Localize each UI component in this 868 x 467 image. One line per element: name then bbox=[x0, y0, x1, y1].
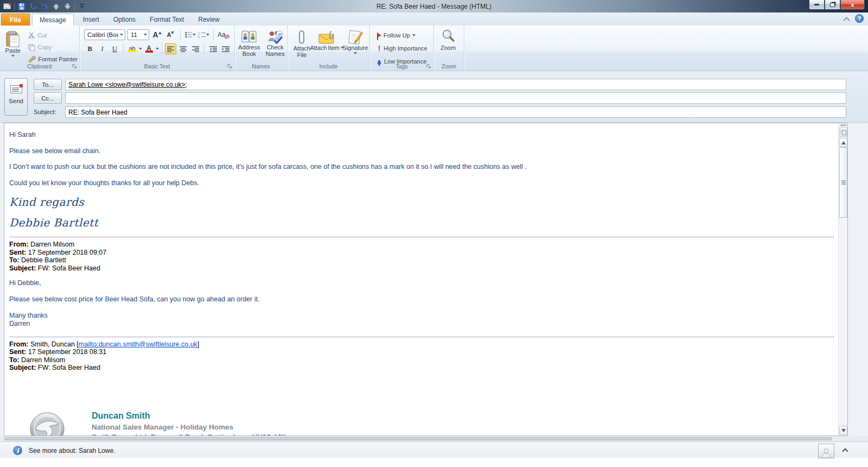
restore-button[interactable] bbox=[825, 0, 840, 10]
font-name-combo[interactable]: Calibri (Bod) bbox=[84, 29, 125, 40]
vertical-scrollbar[interactable] bbox=[838, 123, 847, 436]
window-title: RE: Sofa Beer Haed - Message (HTML) bbox=[0, 3, 868, 10]
subject-value: RE: Sofa Beer Haed bbox=[68, 109, 127, 116]
shrink-arrow-icon bbox=[171, 31, 174, 34]
separator bbox=[162, 43, 162, 54]
cut-icon bbox=[28, 32, 35, 39]
expand-people-pane-icon[interactable] bbox=[842, 447, 848, 453]
chevron-down-icon bbox=[206, 34, 209, 36]
shrink-font-button[interactable]: A bbox=[165, 29, 176, 40]
highlight-button[interactable]: ab bbox=[126, 43, 138, 54]
cc-field[interactable] bbox=[65, 92, 846, 104]
tab-message[interactable]: Message bbox=[32, 14, 74, 26]
group-clipboard: Paste Cut Copy Format Painter bbox=[0, 26, 80, 71]
body-paragraph: Could you let know your thoughts thanks … bbox=[9, 180, 838, 187]
close-button[interactable]: x bbox=[840, 0, 865, 10]
triangle-down-icon bbox=[841, 429, 846, 432]
bullets-button[interactable] bbox=[184, 29, 196, 40]
signature-address: Swift Group Ltd, Dunswell Road, Cottingh… bbox=[92, 433, 286, 436]
scroll-up-button[interactable] bbox=[839, 138, 847, 147]
tab-review[interactable]: Review bbox=[191, 14, 226, 26]
help-icon[interactable]: ? bbox=[855, 14, 864, 23]
copy-icon bbox=[28, 44, 35, 51]
clear-formatting-button[interactable]: Aa bbox=[218, 29, 229, 40]
font-color-button[interactable]: A bbox=[143, 43, 155, 54]
chevron-down-icon[interactable] bbox=[156, 48, 159, 50]
body-paragraph: Please see below email chain. bbox=[9, 148, 838, 155]
contact-avatar[interactable] bbox=[818, 444, 834, 458]
window-controls: x bbox=[809, 0, 865, 10]
subject-field[interactable]: RE: Sofa Beer Haed bbox=[65, 106, 846, 118]
ribbon-right-controls: ? bbox=[844, 14, 864, 23]
split-handle[interactable] bbox=[840, 124, 846, 126]
basic-text-dialog-launcher-icon[interactable] bbox=[227, 64, 232, 69]
high-importance-button[interactable]: ! High Importance bbox=[375, 43, 433, 54]
cc-button[interactable]: Cc... bbox=[34, 92, 62, 104]
minimize-icon bbox=[814, 4, 819, 5]
tab-file[interactable]: File bbox=[1, 14, 30, 26]
zoom-button[interactable]: Zoom bbox=[434, 26, 462, 51]
scrollbar-thumb[interactable] bbox=[839, 147, 847, 218]
to-field[interactable]: Sarah Lowe <slowe@swiftleisure.co.uk>; bbox=[65, 79, 846, 90]
high-importance-icon: ! bbox=[377, 44, 381, 53]
svg-text:@: @ bbox=[278, 32, 282, 37]
send-button[interactable]: Send bbox=[4, 78, 28, 116]
signoff-name-script: Debbie Bartlett bbox=[9, 216, 838, 229]
svg-text:2: 2 bbox=[198, 35, 200, 39]
signature-button[interactable]: Signature bbox=[341, 28, 369, 54]
separator bbox=[180, 29, 181, 40]
send-envelope-icon bbox=[10, 85, 22, 93]
cut-button[interactable]: Cut bbox=[27, 30, 79, 41]
to-recipient[interactable]: Sarah Lowe <slowe@swiftleisure.co.uk>; bbox=[68, 81, 187, 89]
ribbon-empty-area bbox=[464, 26, 868, 71]
attach-item-icon bbox=[318, 30, 336, 45]
chevron-down-icon[interactable] bbox=[139, 48, 142, 50]
align-center-button[interactable] bbox=[177, 43, 189, 54]
align-right-button[interactable] bbox=[190, 43, 201, 54]
bold-button[interactable]: B bbox=[84, 43, 95, 54]
quoted-header-1: From: Darren Milsom Sent: 17 September 2… bbox=[9, 241, 838, 272]
grow-font-button[interactable]: A bbox=[151, 29, 163, 40]
triangle-up-icon bbox=[841, 141, 846, 144]
underline-button[interactable]: U bbox=[109, 43, 120, 54]
clipboard-dialog-launcher-icon[interactable] bbox=[72, 64, 77, 69]
people-pane-text: See more about: Sarah Lowe. bbox=[29, 447, 115, 455]
signoff-script: Kind regards bbox=[9, 195, 838, 209]
separator bbox=[204, 43, 205, 54]
tab-insert[interactable]: Insert bbox=[76, 14, 106, 26]
numbering-button[interactable]: 12 bbox=[198, 29, 209, 40]
tab-options[interactable]: Options bbox=[106, 14, 143, 26]
person-silhouette-icon bbox=[821, 447, 832, 458]
highlight-color-bar bbox=[128, 50, 137, 52]
check-names-button[interactable]: @ Check Names bbox=[264, 28, 288, 57]
tags-dialog-launcher-icon[interactable] bbox=[426, 64, 431, 69]
italic-button[interactable]: I bbox=[97, 43, 108, 54]
font-size-combo[interactable]: 11 bbox=[127, 29, 149, 40]
align-left-button[interactable] bbox=[165, 43, 176, 54]
scroll-down-button[interactable] bbox=[839, 426, 847, 435]
paste-dropdown-icon[interactable] bbox=[11, 55, 15, 57]
to-button[interactable]: To... bbox=[34, 79, 62, 90]
decrease-indent-button[interactable] bbox=[207, 43, 219, 54]
page-options-button[interactable] bbox=[839, 127, 847, 137]
bullets-icon bbox=[185, 31, 193, 38]
ribbon-tab-row: File Message Insert Options Format Text … bbox=[0, 12, 868, 26]
minimize-ribbon-icon[interactable] bbox=[844, 17, 850, 21]
address-book-button[interactable]: Address Book bbox=[237, 28, 261, 57]
minimize-button[interactable] bbox=[809, 0, 825, 10]
mailto-link[interactable]: mailto:duncan.smith@swiftleisure.co.uk bbox=[79, 340, 197, 348]
title-bar: RE: Sofa Beer Haed - Message (HTML) x bbox=[0, 0, 868, 12]
attach-file-button[interactable]: Attach File bbox=[291, 28, 313, 58]
horizontal-scrollbar[interactable] bbox=[4, 437, 832, 440]
subject-label: Subject: bbox=[34, 109, 56, 115]
paperclip-icon bbox=[297, 30, 306, 45]
copy-button[interactable]: Copy bbox=[27, 42, 79, 53]
tab-format-text[interactable]: Format Text bbox=[143, 14, 191, 26]
message-body[interactable]: Hi Sarah Please see below email chain. I… bbox=[4, 123, 838, 436]
increase-indent-button[interactable] bbox=[220, 43, 231, 54]
follow-up-button[interactable]: Follow Up bbox=[375, 30, 433, 41]
quoted-header-2: From: Smith, Duncan [mailto:duncan.smith… bbox=[9, 340, 838, 372]
paste-button[interactable]: Paste bbox=[3, 29, 22, 65]
body-paragraph: I Don’t want to push our luck but the cu… bbox=[9, 163, 838, 171]
attach-item-button[interactable]: AttachItem bbox=[315, 28, 339, 51]
